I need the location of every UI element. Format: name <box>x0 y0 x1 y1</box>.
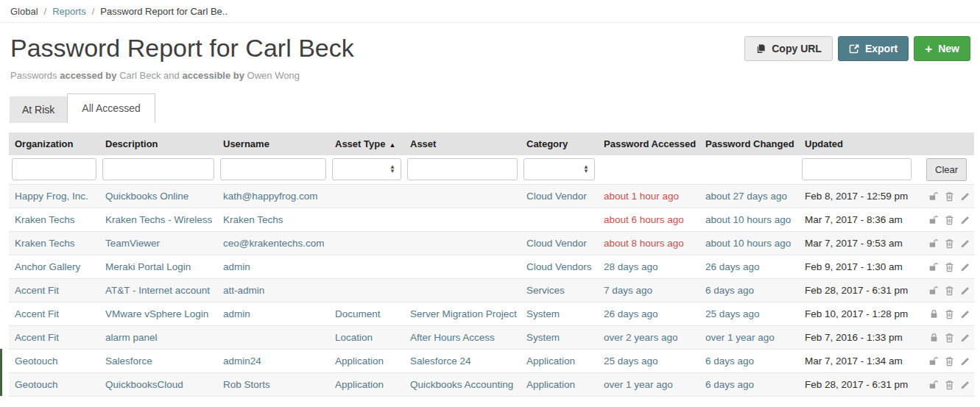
filter-input-user[interactable] <box>220 158 326 180</box>
lock-icon[interactable] <box>929 333 939 343</box>
edit-icon[interactable] <box>960 263 970 272</box>
delete-icon[interactable] <box>945 191 954 202</box>
new-button[interactable]: + New <box>914 36 970 61</box>
page-header: Password Report for Carl Beck Copy URL E… <box>0 23 980 63</box>
column-header-accessed[interactable]: Password Accessed <box>598 132 699 155</box>
cell-asset: Quickbooks Accounting <box>404 372 521 396</box>
cell-changed: 6 days ago <box>699 278 799 302</box>
table-row: Kraken TechsTeamViewerceo@krakentechs.co… <box>9 231 974 255</box>
unlock-icon[interactable] <box>928 191 939 202</box>
cell-org: Geotouch <box>9 349 99 372</box>
edit-icon[interactable] <box>960 357 970 367</box>
unlock-icon[interactable] <box>928 286 939 296</box>
edit-icon[interactable] <box>960 192 970 202</box>
delete-icon[interactable] <box>945 333 954 343</box>
table-row: Accent FitAT&T - Internet accountatt-adm… <box>9 278 974 302</box>
cell-changed: 26 days ago <box>699 255 799 278</box>
actions-cell <box>914 349 974 372</box>
delete-icon[interactable] <box>945 309 954 319</box>
delete-icon[interactable] <box>945 380 954 390</box>
filter-input-desc[interactable] <box>102 158 214 180</box>
cell-user: Kraken Techs <box>217 208 329 231</box>
cell-org: Kraken Techs <box>9 231 99 255</box>
cell-user <box>217 325 329 349</box>
tab-bar: At RiskAll Accessed <box>10 93 970 123</box>
filter-input-updated[interactable] <box>802 158 912 180</box>
delete-icon[interactable] <box>945 215 954 225</box>
filter-input-asset[interactable] <box>407 158 518 180</box>
cell-asset <box>404 208 521 231</box>
delete-icon[interactable] <box>945 238 954 249</box>
actions-cell <box>914 302 974 325</box>
edit-icon[interactable] <box>960 381 970 390</box>
breadcrumb-separator: / <box>44 6 47 17</box>
filter-input-org[interactable] <box>12 158 96 180</box>
breadcrumb-item-reports[interactable]: Reports <box>52 6 86 17</box>
actions-cell <box>914 231 974 255</box>
filter-select-cat[interactable]: ▲▼ <box>524 158 595 180</box>
unlock-icon[interactable] <box>928 238 939 249</box>
cell-cat: System <box>521 325 598 349</box>
cell-desc: AT&T - Internet account <box>99 278 217 302</box>
edit-icon[interactable] <box>960 310 970 319</box>
column-label-accessed: Password Accessed <box>604 138 696 149</box>
plus-icon: + <box>925 43 932 55</box>
cell-asset <box>404 255 521 278</box>
cell-changed: 6 days ago <box>699 372 799 396</box>
edit-icon[interactable] <box>960 239 970 249</box>
cell-org: Anchor Gallery <box>9 255 99 278</box>
copy-url-button[interactable]: Copy URL <box>744 36 833 61</box>
edit-icon[interactable] <box>960 216 970 225</box>
cell-user: admin <box>217 302 329 325</box>
breadcrumb-item-global[interactable]: Global <box>10 6 38 17</box>
delete-icon[interactable] <box>945 286 954 296</box>
tab-all-accessed[interactable]: All Accessed <box>67 93 155 123</box>
filter-cell-cat: ▲▼ <box>521 155 598 185</box>
breadcrumb-separator: / <box>92 6 95 17</box>
column-header-org[interactable]: Organization <box>9 132 99 155</box>
cell-accessed: 28 days ago <box>598 255 699 278</box>
cell-atype: Document <box>329 302 404 325</box>
cell-cat <box>521 208 598 231</box>
column-header-changed[interactable]: Password Changed <box>699 132 799 155</box>
table-row: Accent FitVMware vSphere LoginadminDocum… <box>9 302 974 325</box>
edit-icon[interactable] <box>960 286 970 296</box>
column-header-cat[interactable]: Category <box>521 132 598 155</box>
cell-updated: Feb 10, 2017 - 1:28 pm <box>799 302 914 325</box>
column-header-asset[interactable]: Asset <box>404 132 521 155</box>
cell-desc: Kraken Techs - Wireless <box>99 208 217 231</box>
unlock-icon[interactable] <box>928 262 939 272</box>
filter-select-atype[interactable]: ▲▼ <box>332 158 401 180</box>
header-buttons: Copy URL Export + New <box>744 36 970 61</box>
column-header-updated[interactable]: Updated <box>799 132 914 155</box>
export-button[interactable]: Export <box>838 36 909 61</box>
delete-icon[interactable] <box>945 356 954 367</box>
cell-org: Accent Fit <box>9 302 99 325</box>
delete-icon[interactable] <box>945 262 954 272</box>
edit-icon[interactable] <box>960 333 970 343</box>
column-header-desc[interactable]: Description <box>99 132 217 155</box>
cell-desc: Quickbooks Online <box>99 184 217 208</box>
page-title: Password Report for Carl Beck <box>10 33 354 63</box>
tab-at-risk[interactable]: At Risk <box>10 96 67 123</box>
table-row: Kraken TechsKraken Techs - WirelessKrake… <box>9 208 974 231</box>
filter-cell-user <box>217 155 329 185</box>
cell-atype: Application <box>329 349 404 372</box>
cell-user: admin24 <box>217 349 329 372</box>
actions-cell <box>914 184 974 208</box>
unlock-icon[interactable] <box>928 380 939 390</box>
actions-cell <box>914 255 974 278</box>
column-label-asset: Asset <box>410 138 436 149</box>
cell-asset <box>404 231 521 255</box>
column-header-actions[interactable] <box>914 132 974 155</box>
table-row: GeotouchSalesforceadmin24ApplicationSale… <box>9 349 974 372</box>
cell-cat: Application <box>521 349 598 372</box>
lock-icon[interactable] <box>929 309 939 319</box>
column-header-atype[interactable]: Asset Type▲ <box>329 132 404 155</box>
cell-accessed: 7 days ago <box>598 278 699 302</box>
cell-changed: 25 days ago <box>699 302 799 325</box>
column-header-user[interactable]: Username <box>217 132 329 155</box>
clear-filters-button[interactable]: Clear <box>926 158 967 181</box>
unlock-icon[interactable] <box>928 356 939 367</box>
unlock-icon[interactable] <box>928 215 939 225</box>
